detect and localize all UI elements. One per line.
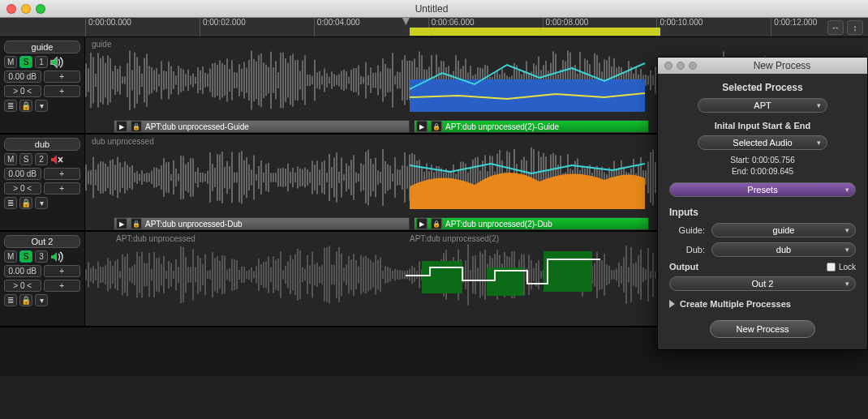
svg-rect-131 — [404, 55, 406, 105]
speaker-icon[interactable] — [50, 250, 63, 263]
svg-rect-8 — [105, 63, 106, 98]
lock-icon[interactable]: 🔒 — [19, 100, 32, 112]
lock-icon[interactable]: 🔒 — [131, 121, 142, 132]
solo-button[interactable]: S — [19, 153, 32, 165]
svg-rect-429 — [397, 169, 398, 186]
svg-rect-658 — [224, 256, 226, 293]
svg-rect-402 — [331, 167, 333, 188]
chevron-down-icon[interactable]: ▾ — [35, 294, 48, 306]
svg-rect-415 — [363, 165, 364, 190]
svg-rect-378 — [273, 173, 274, 182]
svg-rect-682 — [282, 270, 284, 279]
close-window-button[interactable] — [6, 4, 16, 14]
add-button[interactable]: + — [44, 182, 81, 195]
panel-titlebar[interactable]: New Process — [658, 58, 867, 74]
play-icon[interactable]: ▶ — [416, 121, 428, 132]
speaker-icon[interactable] — [50, 56, 63, 68]
window-titlebar: Untitled — [0, 0, 868, 18]
lock-checkbox[interactable] — [827, 263, 836, 271]
layers-icon[interactable]: ≣ — [4, 294, 17, 306]
layers-icon[interactable]: ≣ — [4, 100, 17, 112]
lock-icon[interactable]: 🔒 — [19, 294, 32, 306]
vertical-fit-button[interactable]: ↕ — [847, 20, 863, 35]
timeline-ruler[interactable]: 0:00:00.000 0:00:02.000 0:00:04.000 0:00… — [85, 18, 823, 36]
create-multiple-toggle[interactable]: Create Multiple Processes — [669, 299, 856, 309]
clip-bar[interactable]: ▶ 🔒 APT:dub unprocessed(2)-Dub — [414, 217, 649, 230]
panel-min-icon[interactable] — [677, 62, 685, 70]
add-button[interactable]: + — [44, 85, 81, 97]
track-name[interactable]: guide — [4, 41, 80, 53]
initial-input-heading: Inital Input Start & End — [669, 121, 856, 130]
mute-button[interactable]: M — [4, 153, 17, 165]
zoom-window-button[interactable] — [36, 4, 45, 14]
clip-bar[interactable]: ▶ 🔒 APT:dub unprocessed(2)-Guide — [414, 120, 649, 133]
play-icon[interactable]: ▶ — [116, 121, 127, 132]
chevron-down-icon[interactable]: ▾ — [35, 197, 48, 209]
play-icon[interactable]: ▶ — [116, 218, 127, 229]
lock-icon[interactable]: 🔒 — [131, 218, 142, 229]
solo-button[interactable]: S — [19, 56, 32, 68]
new-process-button[interactable]: New Process — [710, 320, 815, 338]
svg-rect-671 — [256, 266, 257, 283]
panel-zoom-icon[interactable] — [689, 62, 697, 70]
track-name[interactable]: Out 2 — [4, 235, 80, 248]
selection-start-handle[interactable] — [402, 28, 410, 36]
svg-rect-652 — [209, 270, 211, 280]
layers-icon[interactable]: ≣ — [4, 197, 17, 209]
pan-value[interactable]: > 0 < — [4, 85, 41, 97]
add-button[interactable]: + — [44, 71, 81, 83]
horizontal-fit-button[interactable]: ↔ — [827, 20, 844, 35]
svg-rect-341 — [183, 156, 184, 199]
add-button[interactable]: + — [44, 168, 81, 180]
svg-rect-431 — [402, 165, 403, 190]
playhead-icon[interactable] — [402, 18, 410, 25]
svg-rect-53 — [214, 63, 216, 98]
svg-rect-418 — [370, 159, 372, 196]
speaker-muted-icon[interactable] — [50, 153, 63, 165]
lock-icon[interactable]: 🔒 — [19, 197, 32, 209]
svg-rect-690 — [302, 267, 303, 282]
svg-rect-679 — [275, 260, 277, 290]
selection-end-handle[interactable] — [660, 28, 668, 36]
time-range-info: Start: 0:00:05.756 End: 0:00:09.645 — [669, 155, 856, 177]
gain-db[interactable]: 0.00 dB — [4, 168, 41, 180]
dub-select[interactable]: dub▾ — [711, 242, 856, 257]
track-number: 1 — [35, 56, 48, 68]
gain-db[interactable]: 0.00 dB — [4, 71, 41, 83]
add-button[interactable]: + — [44, 280, 81, 292]
svg-rect-657 — [221, 255, 223, 294]
minimize-window-button[interactable] — [21, 4, 31, 14]
play-icon[interactable]: ▶ — [416, 218, 428, 229]
add-button[interactable]: + — [44, 265, 81, 277]
pan-value[interactable]: > 0 < — [4, 280, 41, 292]
process-select[interactable]: APT▾ — [698, 98, 827, 113]
svg-rect-684 — [287, 262, 289, 289]
svg-rect-112 — [358, 65, 359, 95]
svg-rect-680 — [277, 259, 279, 291]
svg-rect-664 — [238, 270, 240, 280]
panel-close-icon[interactable] — [664, 62, 672, 70]
mute-button[interactable]: M — [4, 56, 17, 68]
solo-button[interactable]: S — [19, 250, 32, 263]
clip-bar[interactable]: ▶ 🔒 APT:dub unprocessed-Dub — [114, 217, 410, 230]
svg-rect-111 — [355, 68, 357, 92]
lock-icon[interactable]: 🔒 — [431, 218, 442, 229]
pan-value[interactable]: > 0 < — [4, 182, 41, 195]
track-name[interactable]: dub — [4, 138, 80, 151]
mute-button[interactable]: M — [4, 250, 17, 263]
guide-select[interactable]: guide▾ — [711, 223, 856, 237]
gain-db[interactable]: 0.00 dB — [4, 265, 41, 277]
clip-bar[interactable]: ▶ 🔒 APT:dub unprocessed-Guide — [114, 120, 410, 133]
chevron-down-icon[interactable]: ▾ — [35, 100, 48, 112]
selection-range[interactable] — [410, 28, 660, 36]
svg-rect-401 — [329, 154, 330, 201]
lock-output[interactable]: Lock — [827, 263, 856, 271]
output-select[interactable]: Out 2▾ — [669, 276, 856, 291]
input-range-select[interactable]: Selected Audio▾ — [698, 135, 827, 150]
svg-rect-381 — [280, 169, 281, 186]
presets-select[interactable]: Presets▾ — [669, 182, 856, 197]
lock-icon[interactable]: 🔒 — [431, 121, 442, 132]
svg-rect-535 — [655, 162, 656, 193]
svg-rect-76 — [270, 52, 272, 109]
ruler-tick: 0:00:12.000 — [771, 18, 817, 36]
